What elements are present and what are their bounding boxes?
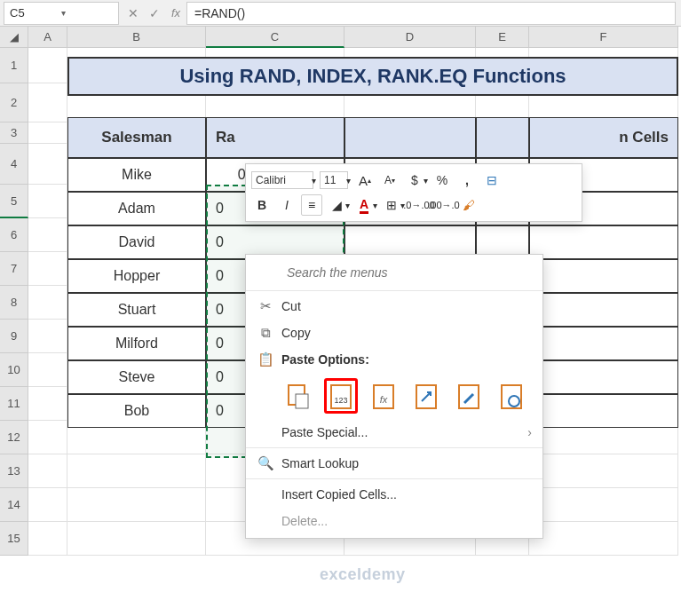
cell-salesman[interactable]: Steve [67,360,206,394]
row-header-13[interactable]: 13 [0,454,28,488]
cell-salesman[interactable]: Hopper [67,259,206,293]
comma-format[interactable]: , [456,170,478,191]
font-size-select[interactable]: 11 [320,171,348,189]
increase-decimal[interactable]: .0→.00 [408,194,430,216]
formula-input[interactable]: =RAND() [186,2,676,25]
bold-button[interactable]: B [251,194,273,216]
percent-format[interactable]: % [432,170,453,191]
mini-toolbar: Calibri▾ 11▾ A▴ A▾ $▾ % , ⊟ B I ≡ ◢▾ A▾ … [245,163,582,222]
cell-salesman[interactable]: David [67,225,206,259]
name-box-dropdown-icon[interactable]: ▾ [61,8,113,18]
row-header-7[interactable]: 7 [0,252,28,286]
col-header-D[interactable]: D [344,27,476,48]
copy-icon: ⧉ [253,324,278,342]
row-header-9[interactable]: 9 [0,320,28,353]
select-all-corner[interactable]: ◢ [0,27,28,48]
paste-options-row: 123 fx [246,373,542,419]
cell-salesman[interactable]: Mike [67,158,206,192]
fx-icon[interactable]: fx [165,3,186,24]
menu-paste-special[interactable]: Paste Special... › [246,419,542,446]
search-icon: 🔍 [253,454,278,472]
row-header-14[interactable]: 14 [0,488,28,522]
cell-salesman[interactable]: Bob [67,394,206,428]
search-menus-input[interactable] [281,262,512,283]
font-color-button[interactable]: A [353,194,375,216]
col-header-C[interactable]: C [206,27,344,48]
paste-formulas-icon[interactable]: fx [367,378,400,414]
paste-formatting-icon[interactable] [452,378,486,414]
header-salesman[interactable]: Salesman [67,117,206,158]
formula-bar: C5 ▾ ✕ ✓ fx =RAND() [0,0,681,27]
context-menu: ✂ Cut ⧉ Copy 📋 Paste Options: 123 fx Pas… [245,254,543,539]
name-box-value: C5 [10,6,61,20]
borders-button[interactable]: ⊞ [381,194,402,216]
row-header-1[interactable]: 1 [0,48,28,83]
menu-cut[interactable]: ✂ Cut [246,293,542,320]
col-header-E[interactable]: E [476,27,529,48]
header-d[interactable] [344,117,476,158]
menu-smart-lookup[interactable]: 🔍 Smart Lookup [246,450,542,477]
paste-link-icon[interactable] [495,378,528,414]
col-header-B[interactable]: B [67,27,206,48]
svg-point-9 [509,396,519,407]
accounting-format[interactable]: $ [404,170,425,191]
font-name-select[interactable]: Calibri [251,171,313,189]
row-header-8[interactable]: 8 [0,286,28,320]
scissors-icon: ✂ [253,297,278,315]
cell-salesman[interactable]: Adam [67,192,206,225]
row-header-6[interactable]: 6 [0,218,28,252]
italic-button[interactable]: I [276,194,297,216]
row-header-4[interactable]: 4 [0,144,28,185]
svg-text:123: 123 [334,396,347,405]
fill-color-button[interactable]: ◢ [326,194,347,216]
watermark: exceldemy [320,565,406,584]
paste-transpose-icon[interactable] [409,378,443,414]
row-header-15[interactable]: 15 [0,522,28,556]
cancel-icon[interactable]: ✕ [123,3,144,24]
row-header-10[interactable]: 10 [0,353,28,387]
row-header-5[interactable]: 5 [0,185,28,218]
row-header-3[interactable]: 3 [0,122,28,144]
align-center-button[interactable]: ≡ [301,194,322,216]
row-height-icon[interactable]: ⊟ [481,170,503,191]
header-e[interactable] [476,117,529,158]
menu-insert-copied-cells[interactable]: Insert Copied Cells... [246,481,542,508]
cell-salesman[interactable]: Stuart [67,293,206,327]
menu-copy[interactable]: ⧉ Copy [246,320,542,346]
col-header-F[interactable]: F [529,27,678,48]
chevron-right-icon: › [527,425,532,439]
cell-salesman[interactable]: Milford [67,327,206,360]
title-cell[interactable]: Using RAND, INDEX, RANK.EQ Functions [67,57,678,96]
row-header-2[interactable]: 2 [0,83,28,122]
paste-values-icon[interactable]: 123 [324,378,358,414]
row-header-12[interactable]: 12 [0,421,28,454]
decrease-decimal[interactable]: .00→.0 [433,194,455,216]
row-header-11[interactable]: 11 [0,387,28,421]
paste-all-icon[interactable] [281,378,315,414]
format-painter-button[interactable]: 🖌 [458,194,479,216]
clipboard-icon: 📋 [253,351,278,368]
name-box[interactable]: C5 ▾ [4,2,119,25]
svg-rect-1 [296,394,308,408]
menu-paste-options-label: 📋 Paste Options: [246,346,542,373]
header-rand[interactable]: Ra [206,117,344,158]
increase-font-icon[interactable]: A▴ [354,170,376,191]
enter-icon[interactable]: ✓ [144,3,165,24]
header-ncells[interactable]: n Cells [529,117,678,158]
decrease-font-icon[interactable]: A▾ [379,170,400,191]
menu-delete[interactable]: Delete... [246,508,542,534]
col-header-A[interactable]: A [28,27,67,48]
svg-text:fx: fx [380,394,388,405]
